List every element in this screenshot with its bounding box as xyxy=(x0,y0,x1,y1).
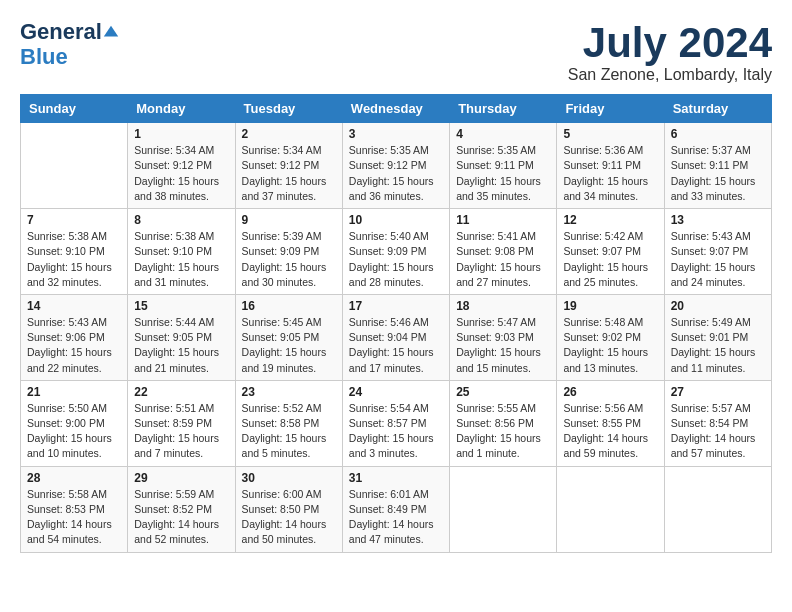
day-number: 20 xyxy=(671,299,765,313)
day-cell: 3Sunrise: 5:35 AMSunset: 9:12 PMDaylight… xyxy=(342,123,449,209)
day-info: Sunrise: 6:01 AMSunset: 8:49 PMDaylight:… xyxy=(349,487,443,548)
day-info: Sunrise: 5:50 AMSunset: 9:00 PMDaylight:… xyxy=(27,401,121,462)
day-cell: 17Sunrise: 5:46 AMSunset: 9:04 PMDayligh… xyxy=(342,294,449,380)
day-info: Sunrise: 5:43 AMSunset: 9:07 PMDaylight:… xyxy=(671,229,765,290)
day-cell xyxy=(21,123,128,209)
day-info: Sunrise: 5:35 AMSunset: 9:12 PMDaylight:… xyxy=(349,143,443,204)
logo: General Blue xyxy=(20,20,120,70)
day-info: Sunrise: 5:57 AMSunset: 8:54 PMDaylight:… xyxy=(671,401,765,462)
day-number: 14 xyxy=(27,299,121,313)
day-number: 24 xyxy=(349,385,443,399)
day-cell: 15Sunrise: 5:44 AMSunset: 9:05 PMDayligh… xyxy=(128,294,235,380)
day-cell: 29Sunrise: 5:59 AMSunset: 8:52 PMDayligh… xyxy=(128,466,235,552)
month-title: July 2024 xyxy=(568,20,772,66)
day-info: Sunrise: 5:34 AMSunset: 9:12 PMDaylight:… xyxy=(134,143,228,204)
day-number: 1 xyxy=(134,127,228,141)
week-row-4: 21Sunrise: 5:50 AMSunset: 9:00 PMDayligh… xyxy=(21,380,772,466)
day-cell: 4Sunrise: 5:35 AMSunset: 9:11 PMDaylight… xyxy=(450,123,557,209)
day-info: Sunrise: 5:45 AMSunset: 9:05 PMDaylight:… xyxy=(242,315,336,376)
day-number: 8 xyxy=(134,213,228,227)
day-header-monday: Monday xyxy=(128,95,235,123)
day-cell: 8Sunrise: 5:38 AMSunset: 9:10 PMDaylight… xyxy=(128,209,235,295)
day-number: 30 xyxy=(242,471,336,485)
day-cell: 25Sunrise: 5:55 AMSunset: 8:56 PMDayligh… xyxy=(450,380,557,466)
day-info: Sunrise: 5:34 AMSunset: 9:12 PMDaylight:… xyxy=(242,143,336,204)
day-number: 2 xyxy=(242,127,336,141)
day-info: Sunrise: 5:48 AMSunset: 9:02 PMDaylight:… xyxy=(563,315,657,376)
day-number: 18 xyxy=(456,299,550,313)
day-number: 9 xyxy=(242,213,336,227)
day-info: Sunrise: 5:51 AMSunset: 8:59 PMDaylight:… xyxy=(134,401,228,462)
location: San Zenone, Lombardy, Italy xyxy=(568,66,772,84)
svg-marker-0 xyxy=(104,26,118,37)
day-info: Sunrise: 5:54 AMSunset: 8:57 PMDaylight:… xyxy=(349,401,443,462)
day-cell: 5Sunrise: 5:36 AMSunset: 9:11 PMDaylight… xyxy=(557,123,664,209)
day-cell: 10Sunrise: 5:40 AMSunset: 9:09 PMDayligh… xyxy=(342,209,449,295)
day-cell: 26Sunrise: 5:56 AMSunset: 8:55 PMDayligh… xyxy=(557,380,664,466)
day-info: Sunrise: 5:46 AMSunset: 9:04 PMDaylight:… xyxy=(349,315,443,376)
day-number: 28 xyxy=(27,471,121,485)
day-info: Sunrise: 5:52 AMSunset: 8:58 PMDaylight:… xyxy=(242,401,336,462)
day-info: Sunrise: 5:56 AMSunset: 8:55 PMDaylight:… xyxy=(563,401,657,462)
day-number: 21 xyxy=(27,385,121,399)
day-info: Sunrise: 5:49 AMSunset: 9:01 PMDaylight:… xyxy=(671,315,765,376)
title-block: July 2024 San Zenone, Lombardy, Italy xyxy=(568,20,772,84)
day-info: Sunrise: 5:40 AMSunset: 9:09 PMDaylight:… xyxy=(349,229,443,290)
week-row-2: 7Sunrise: 5:38 AMSunset: 9:10 PMDaylight… xyxy=(21,209,772,295)
day-header-sunday: Sunday xyxy=(21,95,128,123)
week-row-5: 28Sunrise: 5:58 AMSunset: 8:53 PMDayligh… xyxy=(21,466,772,552)
day-cell: 7Sunrise: 5:38 AMSunset: 9:10 PMDaylight… xyxy=(21,209,128,295)
day-cell: 6Sunrise: 5:37 AMSunset: 9:11 PMDaylight… xyxy=(664,123,771,209)
day-info: Sunrise: 5:39 AMSunset: 9:09 PMDaylight:… xyxy=(242,229,336,290)
calendar-table: SundayMondayTuesdayWednesdayThursdayFrid… xyxy=(20,94,772,552)
day-header-friday: Friday xyxy=(557,95,664,123)
day-cell: 24Sunrise: 5:54 AMSunset: 8:57 PMDayligh… xyxy=(342,380,449,466)
day-header-wednesday: Wednesday xyxy=(342,95,449,123)
day-cell: 30Sunrise: 6:00 AMSunset: 8:50 PMDayligh… xyxy=(235,466,342,552)
day-number: 19 xyxy=(563,299,657,313)
day-cell: 18Sunrise: 5:47 AMSunset: 9:03 PMDayligh… xyxy=(450,294,557,380)
day-number: 31 xyxy=(349,471,443,485)
day-number: 27 xyxy=(671,385,765,399)
day-number: 6 xyxy=(671,127,765,141)
calendar-header-row: SundayMondayTuesdayWednesdayThursdayFrid… xyxy=(21,95,772,123)
day-info: Sunrise: 5:44 AMSunset: 9:05 PMDaylight:… xyxy=(134,315,228,376)
day-number: 10 xyxy=(349,213,443,227)
day-cell: 20Sunrise: 5:49 AMSunset: 9:01 PMDayligh… xyxy=(664,294,771,380)
day-cell: 14Sunrise: 5:43 AMSunset: 9:06 PMDayligh… xyxy=(21,294,128,380)
day-cell xyxy=(664,466,771,552)
day-info: Sunrise: 5:43 AMSunset: 9:06 PMDaylight:… xyxy=(27,315,121,376)
day-cell: 2Sunrise: 5:34 AMSunset: 9:12 PMDaylight… xyxy=(235,123,342,209)
day-cell: 9Sunrise: 5:39 AMSunset: 9:09 PMDaylight… xyxy=(235,209,342,295)
logo-general: General xyxy=(20,19,102,44)
day-cell xyxy=(450,466,557,552)
day-cell: 1Sunrise: 5:34 AMSunset: 9:12 PMDaylight… xyxy=(128,123,235,209)
day-info: Sunrise: 5:47 AMSunset: 9:03 PMDaylight:… xyxy=(456,315,550,376)
day-cell: 11Sunrise: 5:41 AMSunset: 9:08 PMDayligh… xyxy=(450,209,557,295)
day-cell: 16Sunrise: 5:45 AMSunset: 9:05 PMDayligh… xyxy=(235,294,342,380)
page-header: General Blue July 2024 San Zenone, Lomba… xyxy=(20,20,772,84)
day-info: Sunrise: 5:35 AMSunset: 9:11 PMDaylight:… xyxy=(456,143,550,204)
day-number: 7 xyxy=(27,213,121,227)
day-header-tuesday: Tuesday xyxy=(235,95,342,123)
day-info: Sunrise: 5:38 AMSunset: 9:10 PMDaylight:… xyxy=(134,229,228,290)
day-header-saturday: Saturday xyxy=(664,95,771,123)
day-info: Sunrise: 5:55 AMSunset: 8:56 PMDaylight:… xyxy=(456,401,550,462)
week-row-3: 14Sunrise: 5:43 AMSunset: 9:06 PMDayligh… xyxy=(21,294,772,380)
day-cell: 22Sunrise: 5:51 AMSunset: 8:59 PMDayligh… xyxy=(128,380,235,466)
day-cell: 28Sunrise: 5:58 AMSunset: 8:53 PMDayligh… xyxy=(21,466,128,552)
day-number: 13 xyxy=(671,213,765,227)
logo-icon xyxy=(102,24,120,42)
day-info: Sunrise: 5:42 AMSunset: 9:07 PMDaylight:… xyxy=(563,229,657,290)
logo-text: General xyxy=(20,20,120,44)
logo-blue: Blue xyxy=(20,44,68,70)
day-number: 16 xyxy=(242,299,336,313)
day-number: 23 xyxy=(242,385,336,399)
day-number: 26 xyxy=(563,385,657,399)
day-info: Sunrise: 5:37 AMSunset: 9:11 PMDaylight:… xyxy=(671,143,765,204)
day-number: 15 xyxy=(134,299,228,313)
day-number: 22 xyxy=(134,385,228,399)
day-cell: 12Sunrise: 5:42 AMSunset: 9:07 PMDayligh… xyxy=(557,209,664,295)
day-cell xyxy=(557,466,664,552)
day-number: 5 xyxy=(563,127,657,141)
